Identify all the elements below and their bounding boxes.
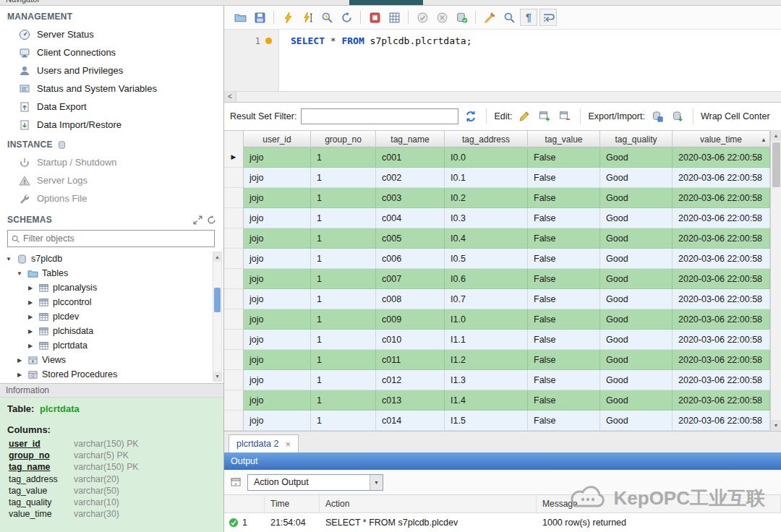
grid-cell[interactable]: 2020-03-06 22:00:58 xyxy=(673,168,770,188)
tree-item-plcrtdata[interactable]: ▶plcrtdata xyxy=(0,338,223,353)
collapse-icon[interactable]: ▼ xyxy=(15,270,24,277)
grid-cell[interactable]: Good xyxy=(600,350,673,370)
delete-row-button[interactable] xyxy=(557,108,573,124)
output-row[interactable]: 121:54:04SELECT * FROM s7plcdb.plcdev100… xyxy=(224,513,781,532)
grid-cell[interactable]: 1 xyxy=(311,289,376,309)
grid-cell[interactable]: c002 xyxy=(376,168,445,188)
scroll-left-icon[interactable]: < xyxy=(224,92,236,102)
grid-cell[interactable]: I1.0 xyxy=(445,309,528,330)
grid-cell[interactable]: c005 xyxy=(376,228,445,249)
scroll-down-icon[interactable]: ▼ xyxy=(771,420,781,431)
grid-cell[interactable]: Good xyxy=(600,249,673,269)
grid-cell[interactable]: I1.1 xyxy=(445,330,528,350)
grid-cell[interactable]: False xyxy=(528,411,600,431)
grid-cell[interactable]: 2020-03-06 22:00:58 xyxy=(673,269,770,289)
expand-icon[interactable]: ▶ xyxy=(26,285,35,291)
grid-cell[interactable]: False xyxy=(528,350,600,370)
result-tab-plcrtdata-2[interactable]: plcrtdata 2 × xyxy=(229,434,299,452)
grid-cell[interactable]: Good xyxy=(600,269,673,289)
grid-cell[interactable]: 2020-03-06 22:00:58 xyxy=(673,390,770,411)
chevron-down-icon[interactable]: ▼ xyxy=(370,475,383,490)
grid-cell[interactable]: 1 xyxy=(311,269,376,289)
rollback-button[interactable] xyxy=(433,9,451,26)
grid-cell[interactable]: Good xyxy=(600,411,673,431)
grid-cell[interactable]: I0.1 xyxy=(445,168,528,188)
sidebar-item-data-import-restore[interactable]: Data Import/Restore xyxy=(0,116,223,134)
grid-cell[interactable]: Good xyxy=(600,330,673,350)
grid-cell[interactable]: jojo xyxy=(244,208,311,228)
execute-current-statement-button[interactable] xyxy=(299,9,316,26)
grid-cell[interactable]: I0.2 xyxy=(445,188,528,208)
grid-cell[interactable]: False xyxy=(528,168,600,188)
output-type-dropdown[interactable]: Action Output ▼ xyxy=(247,474,383,491)
sidebar-item-status-and-system-variables[interactable]: Status and System Variables xyxy=(0,80,223,98)
grid-cell[interactable]: False xyxy=(528,208,600,228)
grid-cell[interactable]: 2020-03-06 22:00:58 xyxy=(673,289,770,309)
grid-cell[interactable]: 1 xyxy=(311,350,376,370)
grid-cell[interactable]: I0.5 xyxy=(445,249,528,269)
grid-cell[interactable]: False xyxy=(528,390,600,411)
grid-cell[interactable]: I1.2 xyxy=(445,350,528,370)
grid-cell[interactable]: Good xyxy=(600,390,673,411)
grid-cell[interactable]: 1 xyxy=(311,208,376,228)
explain-plan-button[interactable] xyxy=(318,9,336,26)
grid-cell[interactable]: c004 xyxy=(376,208,445,228)
grid-cell[interactable]: False xyxy=(528,249,600,269)
grid-cell[interactable]: jojo xyxy=(244,370,311,390)
scrollbar-thumb[interactable] xyxy=(772,142,780,187)
grid-cell[interactable]: jojo xyxy=(244,228,311,249)
tree-item-stored-procedures[interactable]: ▶Stored Procedures xyxy=(0,367,223,382)
column-header-tag-address[interactable]: tag_address xyxy=(445,131,528,148)
close-icon[interactable]: × xyxy=(285,439,291,450)
grid-cell[interactable]: False xyxy=(528,228,600,249)
grid-cell[interactable]: Good xyxy=(600,289,673,309)
tree-item-schema-s7plcdb[interactable]: ▼s7plcdb xyxy=(0,252,223,266)
scroll-down-icon[interactable]: ▼ xyxy=(213,372,221,381)
grid-cell[interactable]: 1 xyxy=(311,411,376,431)
grid-cell[interactable]: 1 xyxy=(311,390,376,411)
grid-cell[interactable]: jojo xyxy=(244,350,311,370)
grid-cell[interactable]: c010 xyxy=(376,330,445,350)
autocommit-toggle-button[interactable] xyxy=(453,9,470,26)
grid-cell[interactable]: 2020-03-06 22:00:58 xyxy=(673,228,770,249)
grid-cell[interactable]: 1 xyxy=(311,249,376,269)
tree-item-views[interactable]: ▶Views xyxy=(0,353,223,367)
result-filter-input[interactable] xyxy=(301,108,458,124)
grid-cell[interactable]: 1 xyxy=(311,309,376,330)
edit-record-button[interactable] xyxy=(516,108,532,124)
tree-item-tables[interactable]: ▼Tables xyxy=(0,266,223,280)
grid-cell[interactable]: jojo xyxy=(244,289,311,309)
grid-cell[interactable]: I0.4 xyxy=(445,228,528,249)
refresh-button[interactable] xyxy=(338,9,355,26)
sidebar-item-data-export[interactable]: Data Export xyxy=(0,98,223,116)
grid-cell[interactable]: c006 xyxy=(376,249,445,269)
wrap-cell-content-label[interactable]: Wrap Cell Conter xyxy=(701,111,770,121)
tree-item-plcanalysis[interactable]: ▶plcanalysis xyxy=(0,280,223,295)
active-editor-tab-fragment[interactable] xyxy=(349,0,423,6)
grid-cell[interactable]: c012 xyxy=(376,370,445,390)
insert-row-button[interactable] xyxy=(537,108,552,124)
expand-icon[interactable]: ▶ xyxy=(26,328,35,335)
tree-item-plcdev[interactable]: ▶plcdev xyxy=(0,309,223,324)
sidebar-item-client-connections[interactable]: Client Connections xyxy=(0,43,223,61)
limit-rows-button[interactable] xyxy=(385,9,403,26)
grid-cell[interactable]: False xyxy=(528,269,600,289)
column-header-tag-name[interactable]: tag_name xyxy=(376,131,445,148)
grid-cell[interactable]: Good xyxy=(600,309,673,330)
grid-cell[interactable]: 2020-03-06 22:00:58 xyxy=(673,370,770,390)
editor-horizontal-scrollbar[interactable]: < xyxy=(224,91,781,103)
tree-item-plccontrol[interactable]: ▶plccontrol xyxy=(0,295,223,309)
sidebar-item-startup-shutdown[interactable]: Startup / Shutdown xyxy=(0,153,223,171)
scroll-up-icon[interactable]: ▲ xyxy=(771,130,781,141)
grid-cell[interactable]: c008 xyxy=(376,289,445,309)
grid-cell[interactable]: 2020-03-06 22:00:58 xyxy=(673,411,770,431)
find-button[interactable] xyxy=(500,9,518,26)
column-header-group-no[interactable]: group_no xyxy=(311,131,376,148)
grid-cell[interactable]: I0.0 xyxy=(445,147,528,168)
save-script-button[interactable] xyxy=(251,9,268,26)
expand-icon[interactable]: ▶ xyxy=(26,299,35,306)
grid-cell[interactable]: c013 xyxy=(376,390,445,411)
column-header-tag-value[interactable]: tag_value xyxy=(528,131,600,148)
grid-cell[interactable]: 1 xyxy=(311,370,376,390)
import-records-button[interactable] xyxy=(670,108,686,124)
